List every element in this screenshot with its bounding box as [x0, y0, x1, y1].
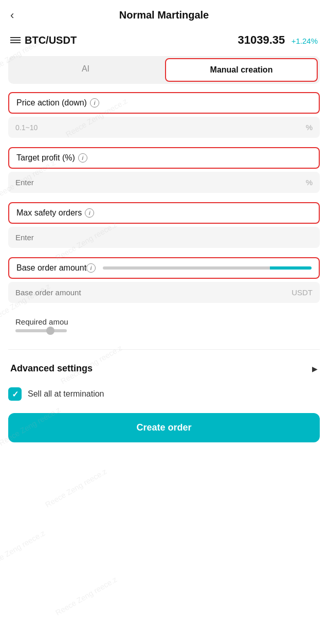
- required-bar-wrap: [15, 329, 313, 335]
- max-safety-orders-section: Max safety orders i: [8, 202, 320, 248]
- sell-termination-label: Sell all at termination: [28, 389, 104, 399]
- sell-termination-row: ✓ Sell all at termination: [8, 387, 320, 401]
- symbol-left: BTC/USDT: [10, 34, 77, 46]
- tab-manual[interactable]: Manual creation: [165, 58, 318, 82]
- price-action-section: Price action (down) i 0.1~10 %: [8, 92, 320, 138]
- target-profit-input-row[interactable]: %: [8, 172, 320, 193]
- required-bar-thumb: [46, 327, 54, 335]
- sell-termination-checkbox[interactable]: ✓: [8, 387, 22, 401]
- tab-ai[interactable]: AI: [10, 58, 161, 82]
- required-amount-section: Required amou: [8, 312, 320, 340]
- advanced-settings-row[interactable]: Advanced settings ▶: [8, 358, 320, 379]
- checkmark-icon: ✓: [12, 389, 19, 399]
- divider: [8, 349, 320, 350]
- advanced-settings-label: Advanced settings: [10, 363, 93, 374]
- base-order-slider-preview: [103, 266, 312, 270]
- max-safety-orders-info-icon[interactable]: i: [85, 208, 94, 218]
- target-profit-label-row: Target profit (%) i: [8, 147, 320, 169]
- target-profit-input[interactable]: [15, 178, 306, 187]
- max-safety-orders-label: Max safety orders: [16, 208, 82, 218]
- symbol-change: +1.24%: [291, 37, 318, 45]
- max-safety-orders-label-row: Max safety orders i: [8, 202, 320, 224]
- base-order-amount-label: Base order amount: [16, 263, 86, 273]
- price-action-info-icon[interactable]: i: [90, 98, 99, 108]
- tab-container: AI Manual creation: [8, 56, 320, 84]
- symbol-bar: BTC/USDT 31039.35 +1.24%: [0, 28, 328, 54]
- base-order-amount-label-row: Base order amount i: [8, 257, 320, 279]
- back-button[interactable]: ‹: [10, 9, 14, 22]
- price-action-label: Price action (down): [16, 98, 87, 108]
- required-bar: [15, 329, 67, 332]
- chevron-right-icon: ▶: [312, 365, 318, 373]
- symbol-price: 31039.35: [238, 33, 285, 46]
- base-order-amount-input-row[interactable]: USDT: [8, 282, 320, 303]
- symbol-price-group: 31039.35 +1.24%: [238, 33, 318, 47]
- price-action-label-row: Price action (down) i: [8, 92, 320, 114]
- target-profit-info-icon[interactable]: i: [78, 153, 87, 163]
- base-order-amount-section: Base order amount i USDT: [8, 257, 320, 303]
- header: ‹ Normal Martingale: [0, 0, 328, 28]
- target-profit-suffix: %: [306, 178, 313, 187]
- base-order-amount-suffix: USDT: [291, 288, 313, 297]
- symbol-name: BTC/USDT: [25, 34, 77, 46]
- price-action-input-row: 0.1~10 %: [8, 117, 320, 138]
- page-title: Normal Martingale: [119, 9, 209, 21]
- base-order-amount-input[interactable]: [15, 288, 291, 297]
- max-safety-orders-input[interactable]: [15, 233, 313, 242]
- price-action-range-hint: 0.1~10: [15, 123, 306, 132]
- hamburger-icon[interactable]: [10, 37, 21, 43]
- required-bar-container: [15, 329, 82, 335]
- target-profit-label: Target profit (%): [16, 153, 75, 163]
- max-safety-orders-input-row[interactable]: [8, 227, 320, 248]
- base-order-amount-info-icon[interactable]: i: [86, 263, 96, 273]
- target-profit-section: Target profit (%) i %: [8, 147, 320, 193]
- create-order-button[interactable]: Create order: [8, 413, 320, 442]
- price-action-suffix: %: [306, 123, 313, 132]
- required-amount-label: Required amou: [15, 317, 313, 326]
